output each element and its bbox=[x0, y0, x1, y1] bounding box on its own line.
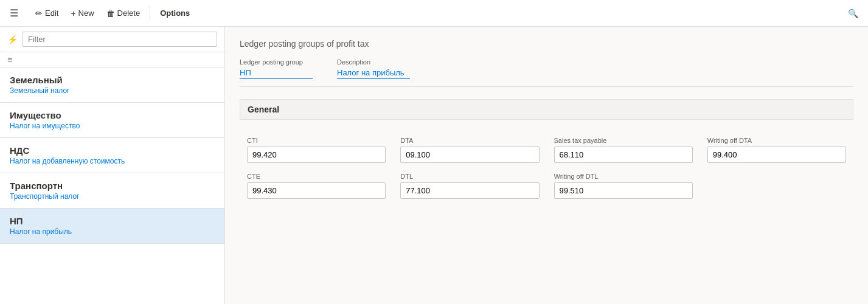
options-label: Options bbox=[160, 9, 190, 18]
list-item-subtitle: Земельный налог bbox=[10, 86, 215, 95]
delete-icon: 🗑 bbox=[106, 9, 115, 18]
writing-off-dta-input[interactable] bbox=[707, 147, 846, 163]
list-item-title: НП bbox=[10, 216, 215, 226]
delete-button[interactable]: 🗑 Delete bbox=[102, 6, 145, 21]
writing-off-dta-field: Writing off DTA bbox=[707, 137, 846, 163]
edit-button[interactable]: ✏ Edit bbox=[30, 6, 63, 21]
list-item[interactable]: Транспортн Транспортный налог bbox=[0, 173, 224, 209]
list-item-subtitle: Налог на добавленную стоимость bbox=[10, 157, 215, 165]
writing-off-dtl-input[interactable] bbox=[554, 182, 693, 199]
detail-title: Ledger posting groups of profit tax bbox=[240, 39, 853, 49]
dtl-input[interactable] bbox=[400, 182, 539, 199]
list-item-subtitle: Налог на прибыль bbox=[10, 227, 215, 236]
list-item-title: Земельный bbox=[10, 75, 215, 85]
list-controls-icon: ≡ bbox=[7, 55, 12, 64]
description-field: Description Налог на прибыль bbox=[337, 58, 410, 79]
sidebar: ⚡ ≡ Земельный Земельный налог Имущество … bbox=[0, 27, 225, 304]
delete-label: Delete bbox=[117, 9, 141, 18]
cti-field: CTI bbox=[247, 137, 386, 163]
detail-panel: Ledger posting groups of profit tax Ledg… bbox=[225, 27, 868, 304]
sales-tax-payable-label: Sales tax payable bbox=[554, 137, 693, 144]
hamburger-icon: ☰ bbox=[10, 7, 18, 19]
hamburger-button[interactable]: ☰ bbox=[5, 5, 23, 21]
writing-off-dtl-field: Writing off DTL bbox=[554, 173, 693, 199]
filter-icon: ⚡ bbox=[7, 35, 18, 44]
list-item[interactable]: НДС Налог на добавленную стоимость bbox=[0, 138, 224, 173]
posting-group-value: НП bbox=[240, 68, 313, 79]
posting-group-label: Ledger posting group bbox=[240, 58, 313, 66]
form-header: Ledger posting group НП Description Нало… bbox=[240, 58, 853, 87]
writing-off-dtl-label: Writing off DTL bbox=[554, 173, 693, 180]
new-label: New bbox=[78, 9, 94, 18]
list-item-title: НДС bbox=[10, 145, 215, 156]
options-button[interactable]: Options bbox=[155, 6, 195, 20]
search-icon: 🔍 bbox=[848, 9, 858, 18]
sales-tax-payable-input[interactable] bbox=[554, 147, 693, 163]
writing-off-dta-label: Writing off DTA bbox=[707, 137, 846, 144]
cti-input[interactable] bbox=[247, 147, 386, 163]
list-item[interactable]: Земельный Земельный налог bbox=[0, 67, 224, 103]
sidebar-header: ⚡ bbox=[0, 27, 224, 52]
cte-label: CTE bbox=[247, 173, 386, 180]
description-value: Налог на прибыль bbox=[337, 68, 410, 79]
dta-field: DTA bbox=[400, 137, 539, 163]
dta-label: DTA bbox=[400, 137, 539, 144]
new-icon: + bbox=[71, 9, 75, 18]
toolbar-divider bbox=[150, 6, 150, 21]
list-item-title: Имущество bbox=[10, 110, 215, 120]
main-area: ⚡ ≡ Земельный Земельный налог Имущество … bbox=[0, 27, 868, 304]
cte-input[interactable] bbox=[247, 182, 386, 199]
dta-input[interactable] bbox=[400, 147, 539, 163]
form-grid: CTI DTA Sales tax payable Writing off DT… bbox=[240, 130, 853, 206]
list-item[interactable]: Имущество Налог на имущество bbox=[0, 103, 224, 138]
posting-group-field: Ledger posting group НП bbox=[240, 58, 313, 79]
search-button[interactable]: 🔍 bbox=[843, 6, 863, 21]
dtl-label: DTL bbox=[400, 173, 539, 180]
toolbar: ☰ ✏ Edit + New 🗑 Delete Options 🔍 bbox=[0, 0, 868, 27]
new-button[interactable]: + New bbox=[66, 6, 99, 21]
general-section-title: General bbox=[240, 99, 853, 120]
list-item-subtitle: Транспортный налог bbox=[10, 192, 215, 201]
edit-label: Edit bbox=[45, 9, 58, 18]
list-controls: ≡ bbox=[0, 52, 224, 67]
filter-input[interactable] bbox=[23, 32, 217, 47]
list-items: Земельный Земельный налог Имущество Нало… bbox=[0, 67, 224, 304]
dtl-field: DTL bbox=[400, 173, 539, 199]
list-item-active[interactable]: НП Налог на прибыль bbox=[0, 209, 224, 244]
list-item-subtitle: Налог на имущество bbox=[10, 122, 215, 130]
cte-field: CTE bbox=[247, 173, 386, 199]
description-label: Description bbox=[337, 58, 410, 66]
list-item-title: Транспортн bbox=[10, 181, 215, 191]
edit-icon: ✏ bbox=[35, 9, 43, 18]
sales-tax-payable-field: Sales tax payable bbox=[554, 137, 693, 163]
cti-label: CTI bbox=[247, 137, 386, 144]
